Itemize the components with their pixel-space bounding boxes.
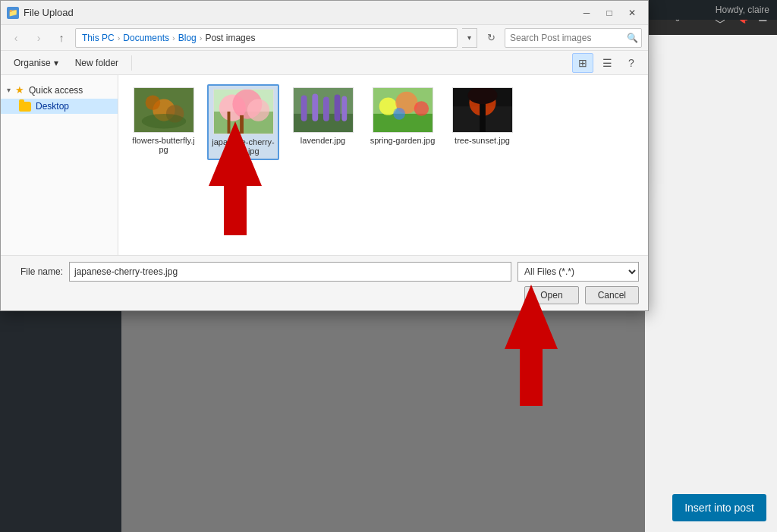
search-icon[interactable]: 🔍 — [627, 33, 638, 43]
refresh-button[interactable]: ↻ — [482, 29, 500, 47]
up-button[interactable]: ↑ — [52, 29, 71, 47]
file-name-cherry: japanese-cherry-trees.jpg — [212, 137, 275, 156]
dialog-sidebar: ▾ ★ Quick access Desktop — [1, 75, 118, 255]
svg-rect-18 — [341, 96, 347, 121]
cherry-thumb — [214, 89, 273, 134]
desktop-label: Desktop — [36, 101, 69, 112]
organise-label: Organise — [14, 58, 51, 68]
organise-chevron-icon: ▾ — [54, 58, 58, 68]
quick-access-label: Quick access — [29, 85, 83, 96]
dialog-addressbar: ‹ › ↑ This PC › Documents › Blog › Post … — [1, 25, 648, 51]
filename-input[interactable] — [69, 262, 511, 282]
svg-rect-17 — [334, 95, 340, 121]
svg-rect-11 — [227, 112, 230, 134]
organise-button[interactable]: Organise ▾ — [7, 53, 65, 73]
file-thumbnail-sunset — [452, 87, 513, 133]
garden-thumb — [373, 87, 433, 133]
dialog-body: ▾ ★ Quick access Desktop — [1, 75, 648, 255]
breadcrumb-current: Post images — [205, 33, 255, 43]
sidebar-desktop-item[interactable]: Desktop — [1, 99, 118, 114]
file-upload-dialog: 📁 File Upload ─ □ ✕ ‹ › ↑ This PC › Docu… — [0, 0, 649, 311]
breadcrumb-blog[interactable]: Blog — [178, 33, 197, 43]
flowers-butterfly-thumb — [134, 87, 193, 133]
forward-button[interactable]: › — [30, 29, 48, 47]
minimize-button[interactable]: ─ — [577, 5, 596, 20]
quick-access-star-icon: ★ — [15, 84, 24, 96]
dialog-title-text: File Upload — [24, 7, 74, 18]
breadcrumb-dropdown[interactable]: ▾ — [462, 28, 477, 48]
breadcrumb-bar: This PC › Documents › Blog › Post images — [75, 28, 458, 48]
insert-into-post-button[interactable]: Insert into post — [672, 494, 766, 521]
svg-rect-10 — [240, 115, 244, 134]
lavender-thumb — [294, 87, 353, 133]
howdy-text: Howdy, claire — [716, 5, 769, 15]
new-folder-button[interactable]: New folder — [68, 53, 125, 73]
file-item-selected[interactable]: japanese-cherry-trees.jpg — [207, 84, 279, 160]
svg-point-23 — [414, 101, 429, 116]
view-help-button[interactable]: ? — [621, 53, 642, 73]
file-name: flowers-butterfly.jpg — [131, 136, 197, 154]
howdy-bar: Howdy, claire — [644, 0, 777, 20]
svg-point-4 — [141, 114, 186, 129]
svg-point-2 — [145, 96, 160, 111]
view-details-button[interactable]: ☰ — [596, 53, 618, 73]
svg-point-9 — [247, 99, 269, 121]
toolbar-right: ⊞ ☰ ? — [572, 53, 642, 73]
svg-rect-14 — [300, 96, 307, 121]
breadcrumb-documents[interactable]: Documents — [123, 33, 169, 43]
dialog-bottom: File name: All Files (*.*) Open Cancel — [1, 255, 648, 310]
cancel-button[interactable]: Cancel — [585, 286, 639, 304]
file-thumbnail-cherry — [213, 89, 274, 134]
file-thumbnail-lavender — [293, 87, 354, 133]
view-grid-button[interactable]: ⊞ — [572, 53, 593, 73]
dialog-titlebar: 📁 File Upload ─ □ ✕ — [1, 1, 648, 25]
search-input[interactable] — [510, 33, 624, 43]
file-thumbnail-garden — [373, 87, 433, 133]
file-item-sunset[interactable]: tree-sunset.jpg — [446, 84, 518, 160]
back-button[interactable]: ‹ — [7, 29, 25, 47]
quick-access-chevron-icon: ▾ — [7, 86, 11, 94]
toolbar-separator — [131, 55, 132, 71]
dialog-files-area: flowers-butterfly.jpg japanese-cherry-t — [118, 75, 648, 255]
desktop-folder-icon — [19, 102, 31, 112]
quick-access-section[interactable]: ▾ ★ Quick access — [1, 81, 118, 99]
svg-point-24 — [393, 108, 405, 120]
dialog-window-controls: ─ □ ✕ — [577, 5, 642, 20]
svg-rect-15 — [312, 94, 318, 121]
file-thumbnail — [134, 87, 194, 133]
dialog-title-left: 📁 File Upload — [7, 7, 74, 19]
file-name-lavender: lavender.jpg — [300, 136, 345, 145]
file-name-sunset: tree-sunset.jpg — [455, 136, 510, 145]
filename-row: File name: All Files (*.*) — [10, 262, 639, 282]
file-item-lavender[interactable]: lavender.jpg — [287, 84, 359, 160]
dialog-actions: Open Cancel — [10, 286, 639, 304]
file-item[interactable]: flowers-butterfly.jpg — [127, 84, 200, 160]
file-name-garden: spring-garden.jpg — [370, 136, 436, 145]
dialog-app-icon: 📁 — [7, 7, 19, 19]
dialog-toolbar: Organise ▾ New folder ⊞ ☰ ? — [1, 51, 648, 75]
open-button[interactable]: Open — [524, 286, 578, 304]
search-box: 🔍 — [505, 28, 642, 48]
filename-label: File name: — [10, 266, 63, 277]
filetype-select[interactable]: All Files (*.*) — [517, 262, 639, 282]
breadcrumb-this-pc[interactable]: This PC — [82, 33, 115, 43]
file-item-garden[interactable]: spring-garden.jpg — [366, 84, 439, 160]
svg-rect-16 — [323, 96, 329, 121]
sunset-thumb — [453, 87, 512, 133]
maximize-button[interactable]: □ — [599, 5, 619, 20]
close-button[interactable]: ✕ — [622, 5, 642, 20]
